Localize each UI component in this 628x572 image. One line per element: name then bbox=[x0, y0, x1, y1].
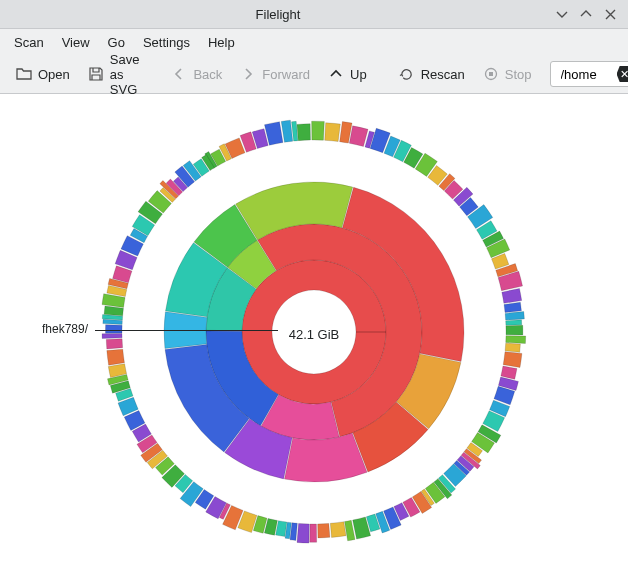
save-svg-label: Save as SVG bbox=[110, 52, 140, 97]
open-label: Open bbox=[38, 67, 70, 82]
menu-help[interactable]: Help bbox=[208, 35, 235, 50]
save-icon bbox=[88, 66, 104, 82]
chevron-left-icon bbox=[171, 66, 187, 82]
svg-rect-1 bbox=[489, 72, 493, 76]
path-input[interactable] bbox=[559, 66, 617, 83]
sunburst-chart[interactable] bbox=[0, 94, 628, 572]
path-field[interactable]: ✕ bbox=[550, 61, 629, 87]
folder-open-icon bbox=[16, 66, 32, 82]
open-button[interactable]: Open bbox=[10, 62, 76, 86]
forward-label: Forward bbox=[262, 67, 310, 82]
rescan-label: Rescan bbox=[421, 67, 465, 82]
menu-settings[interactable]: Settings bbox=[143, 35, 190, 50]
close-icon[interactable] bbox=[600, 4, 620, 24]
chart-canvas: 42.1 GiB fhek789/ bbox=[0, 94, 628, 572]
stop-button[interactable]: Stop bbox=[477, 62, 538, 86]
chevron-up-icon bbox=[328, 66, 344, 82]
back-label: Back bbox=[193, 67, 222, 82]
back-button[interactable]: Back bbox=[165, 62, 228, 86]
chevron-right-icon bbox=[240, 66, 256, 82]
stop-label: Stop bbox=[505, 67, 532, 82]
maximize-icon[interactable] bbox=[576, 4, 596, 24]
minimize-icon[interactable] bbox=[552, 4, 572, 24]
save-svg-button[interactable]: Save as SVG bbox=[82, 48, 146, 101]
refresh-icon bbox=[399, 66, 415, 82]
up-button[interactable]: Up bbox=[322, 62, 373, 86]
title-bar: Filelight bbox=[0, 0, 628, 29]
toolbar: Open Save as SVG Back Forward Up Rescan … bbox=[0, 55, 628, 94]
menu-scan[interactable]: Scan bbox=[14, 35, 44, 50]
window-title: Filelight bbox=[256, 7, 301, 22]
up-label: Up bbox=[350, 67, 367, 82]
rescan-button[interactable]: Rescan bbox=[393, 62, 471, 86]
clear-path-icon[interactable]: ✕ bbox=[617, 66, 629, 82]
callout-line bbox=[95, 330, 278, 331]
stop-icon bbox=[483, 66, 499, 82]
forward-button[interactable]: Forward bbox=[234, 62, 316, 86]
